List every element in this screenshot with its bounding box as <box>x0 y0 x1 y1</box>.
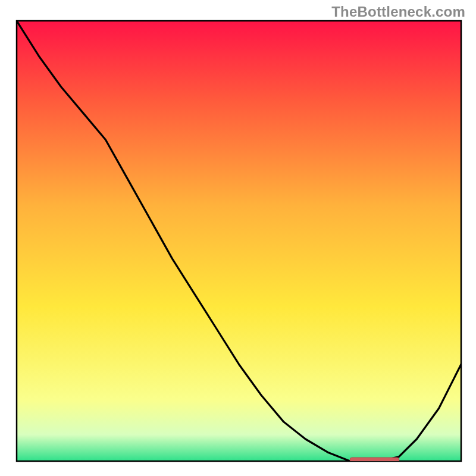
watermark-text: TheBottleneck.com <box>331 4 465 20</box>
optimal-range-marker <box>350 458 399 463</box>
chart-container: TheBottleneck.com <box>0 0 476 476</box>
bottleneck-plot <box>0 0 476 476</box>
gradient-background <box>17 21 461 461</box>
